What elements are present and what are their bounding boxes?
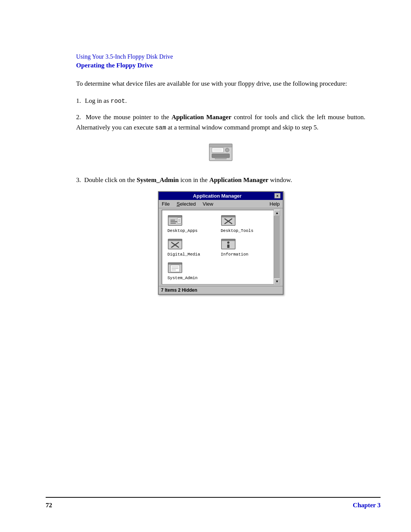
digital-media-icon [167,238,183,251]
file-item-digital-media[interactable]: Digital_Media [165,237,215,257]
svg-rect-3 [212,148,223,152]
floppy-drive-icon [207,141,234,164]
footer-chapter-label: Chapter 3 [353,502,381,509]
menu-view[interactable]: View [201,201,215,207]
step-1-text: Log in as root. [85,97,127,104]
app-manager-statusbar: 7 Items 2 Hidden [159,286,283,294]
svg-point-4 [225,148,229,152]
menu-selected[interactable]: Selected [175,201,198,207]
scrollbar-up-btn[interactable]: ▲ [274,210,280,216]
system-admin-icon [167,261,183,275]
svg-rect-1 [209,144,232,147]
sam-code: sam [155,125,166,131]
svg-rect-9 [168,216,182,217]
page-container: Using Your 3.5-Inch Floppy Disk Drive Op… [0,0,411,532]
svg-rect-18 [221,216,235,217]
svg-rect-22 [168,239,182,241]
breadcrumb-link[interactable]: Using Your 3.5-Inch Floppy Disk Drive [76,53,365,60]
app-manager-close-btn[interactable]: × [274,193,280,198]
page-footer: 72 Chapter 3 [46,497,381,509]
file-item-system-admin[interactable]: System_Admin [165,260,215,281]
desktop-tools-icon [221,214,236,228]
desktop-apps-label: Desktop_Apps [167,228,198,233]
scrollbar[interactable]: ▲ ▼ [274,210,280,284]
intro-paragraph: To determine what device files are avail… [76,78,365,89]
svg-rect-28 [227,244,229,248]
desktop-apps-icon [167,214,183,228]
svg-rect-2 [212,154,229,158]
information-label: Information [221,252,249,257]
digital-media-label: Digital_Media [167,252,200,257]
svg-rect-26 [221,239,235,241]
svg-point-27 [227,241,229,244]
step-3-paragraph: 3. Double click on the System_Admin icon… [76,175,365,185]
file-item-desktop-apps[interactable]: Desktop_Apps [165,213,215,234]
app-manager-titlebar: Application Manager × [159,192,283,200]
footer-page-number: 72 [46,502,52,509]
step-1-number: 1. [76,97,81,104]
svg-rect-7 [215,158,226,159]
app-manager-title: Application Manager [161,193,274,199]
step-3-number: 3. [76,176,81,184]
step-3-bold1: System_Admin [137,176,179,184]
step-2-bold1: Application Manager [172,113,232,121]
app-manager-window: Application Manager × File Selected View… [158,191,284,295]
section-title: Operating the Floppy Drive [76,62,365,69]
file-item-information[interactable]: Information [218,237,268,257]
svg-rect-30 [168,263,182,264]
scrollbar-down-btn[interactable]: ▼ [274,278,280,284]
app-manager-menubar: File Selected View Help [159,200,283,208]
menu-help[interactable]: Help [268,201,281,207]
step-2-number: 2. [76,113,81,121]
step-2-text: Move the mouse pointer to the Applicatio… [76,113,365,131]
floppy-icon-container [76,141,365,166]
scrollbar-track [274,216,280,278]
menu-file[interactable]: File [160,201,171,207]
content-area: Using Your 3.5-Inch Floppy Disk Drive Op… [76,30,365,295]
information-icon [221,238,236,251]
system-admin-label: System_Admin [167,276,198,280]
file-item-desktop-tools[interactable]: Desktop_Tools [218,213,268,234]
step-2: 2. Move the mouse pointer to the Applica… [76,112,365,133]
step-1: 1. Log in as root. [76,96,365,107]
step-3-bold2: Application Manager [209,176,268,184]
root-code: root [111,98,125,105]
app-manager-content: Desktop_Apps Desktop_Tools [162,210,280,284]
steps-list: 1. Log in as root. 2. Move the mouse poi… [76,96,365,133]
desktop-tools-label: Desktop_Tools [221,228,253,233]
